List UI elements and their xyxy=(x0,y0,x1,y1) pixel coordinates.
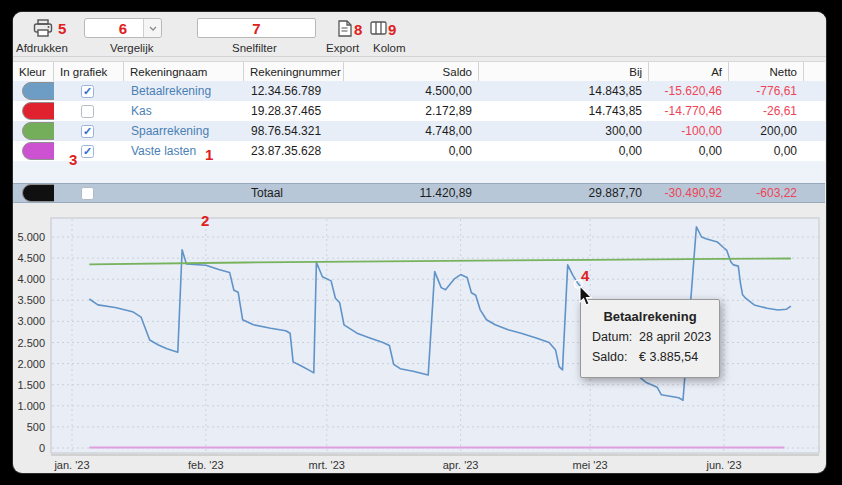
annotation-6: 6 xyxy=(119,20,127,37)
svg-text:2.000: 2.000 xyxy=(17,358,45,370)
annotation-3: 3 xyxy=(69,151,77,168)
color-pill[interactable] xyxy=(22,184,54,202)
annotation-2: 2 xyxy=(201,212,209,229)
svg-text:2.500: 2.500 xyxy=(17,337,45,349)
header-kleur[interactable]: Kleur xyxy=(13,62,54,81)
color-pill[interactable] xyxy=(22,102,54,120)
account-name[interactable]: Kas xyxy=(124,104,244,118)
in-graph-checkbox[interactable] xyxy=(81,125,94,138)
af-value: -15.620,46 xyxy=(665,84,722,98)
print-label: Afdrukken xyxy=(16,42,68,54)
bij-value: 0,00 xyxy=(619,144,642,158)
snelfilter-label: Snelfilter xyxy=(232,42,277,54)
svg-text:jan. '23: jan. '23 xyxy=(53,459,89,471)
in-graph-checkbox[interactable] xyxy=(81,85,94,98)
toolbar: 5 Afdrukken 6 Vergelijk 7 Snelfilter 8 E… xyxy=(13,12,826,57)
vergelijk-label: Vergelijk xyxy=(110,42,153,54)
netto-value: 0,00 xyxy=(774,144,797,158)
table-row[interactable]: Vaste lasten 23.87.35.628 0,00 0,00 0,00… xyxy=(13,141,825,161)
header-bij[interactable]: Bij xyxy=(479,62,649,81)
app-window: 5 Afdrukken 6 Vergelijk 7 Snelfilter 8 E… xyxy=(13,12,826,473)
kolom-label: Kolom xyxy=(373,42,406,54)
annotation-5: 5 xyxy=(58,20,66,37)
tooltip-datum-label: Datum: xyxy=(592,330,639,344)
svg-text:1.500: 1.500 xyxy=(17,379,45,391)
af-value: -14.770,46 xyxy=(665,104,722,118)
tooltip-title: Betaalrekening xyxy=(581,309,719,324)
table-header: Kleur In grafiek Rekeningnaam Rekeningnu… xyxy=(13,61,825,82)
account-name[interactable]: Spaarrekening xyxy=(124,124,244,138)
saldo-value: 2.172,89 xyxy=(425,104,472,118)
bij-value: 14.743,85 xyxy=(589,104,642,118)
header-in-grafiek[interactable]: In grafiek xyxy=(54,62,124,81)
svg-text:0: 0 xyxy=(39,442,45,454)
bij-value: 14.843,85 xyxy=(589,84,642,98)
color-pill[interactable] xyxy=(22,82,54,100)
svg-text:4.500: 4.500 xyxy=(17,252,45,264)
total-af: -30.490,92 xyxy=(665,186,722,200)
svg-text:4.000: 4.000 xyxy=(17,273,45,285)
svg-text:feb. '23: feb. '23 xyxy=(188,459,224,471)
svg-text:500: 500 xyxy=(27,421,45,433)
annotation-1: 1 xyxy=(205,146,213,163)
table-row[interactable]: Betaalrekening 12.34.56.789 4.500,00 14.… xyxy=(13,81,825,101)
mouse-cursor-icon xyxy=(579,286,594,311)
color-pill[interactable] xyxy=(22,142,54,160)
snelfilter-input[interactable]: 7 xyxy=(197,18,316,38)
table-row[interactable]: Kas 19.28.37.465 2.172,89 14.743,85 -14.… xyxy=(13,101,825,121)
svg-text:1.000: 1.000 xyxy=(17,400,45,412)
account-name[interactable]: Vaste lasten xyxy=(124,144,244,158)
total-bij: 29.887,70 xyxy=(589,186,642,200)
annotation-4: 4 xyxy=(581,267,589,284)
export-label: Export xyxy=(326,42,359,54)
account-number: 23.87.35.628 xyxy=(244,144,344,158)
color-pill[interactable] xyxy=(22,122,54,140)
in-graph-checkbox[interactable] xyxy=(81,145,94,158)
header-saldo[interactable]: Saldo xyxy=(344,62,479,81)
svg-text:3.000: 3.000 xyxy=(17,315,45,327)
svg-text:3.500: 3.500 xyxy=(17,294,45,306)
svg-text:5.000: 5.000 xyxy=(17,231,45,243)
columns-icon[interactable] xyxy=(370,21,387,39)
chevron-down-icon xyxy=(143,19,161,37)
saldo-value: 0,00 xyxy=(449,144,472,158)
vergelijk-dropdown[interactable]: 6 xyxy=(84,18,162,38)
bij-value: 300,00 xyxy=(605,124,642,138)
saldo-value: 4.748,00 xyxy=(425,124,472,138)
annotation-9: 9 xyxy=(388,21,396,38)
tooltip-saldo-label: Saldo: xyxy=(592,350,639,364)
saldo-value: 4.500,00 xyxy=(425,84,472,98)
header-af[interactable]: Af xyxy=(649,62,729,81)
account-number: 12.34.56.789 xyxy=(244,84,344,98)
netto-value: 200,00 xyxy=(760,124,797,138)
annotation-8: 8 xyxy=(354,21,362,38)
total-netto: -603,22 xyxy=(756,186,797,200)
header-rekeningnaam[interactable]: Rekeningnaam xyxy=(124,62,244,81)
tooltip-datum-value: 28 april 2023 xyxy=(639,330,711,344)
print-icon[interactable] xyxy=(33,19,53,42)
total-row: Totaal 11.420,89 29.887,70 -30.490,92 -6… xyxy=(13,183,825,203)
total-saldo: 11.420,89 xyxy=(420,186,473,200)
netto-value: -26,61 xyxy=(763,104,797,118)
account-number: 98.76.54.321 xyxy=(244,124,344,138)
svg-text:apr. '23: apr. '23 xyxy=(443,459,479,471)
total-label: Totaal xyxy=(244,186,344,200)
netto-value: -776,61 xyxy=(756,84,797,98)
af-value: 0,00 xyxy=(699,144,722,158)
af-value: -100,00 xyxy=(681,124,722,138)
export-icon[interactable] xyxy=(337,20,352,41)
svg-text:mrt. '23: mrt. '23 xyxy=(309,459,345,471)
header-rekeningnummer[interactable]: Rekeningnummer xyxy=(244,62,344,81)
account-number: 19.28.37.465 xyxy=(244,104,344,118)
in-graph-checkbox[interactable] xyxy=(81,105,94,118)
svg-text:mei '23: mei '23 xyxy=(573,459,608,471)
chart-tooltip: Betaalrekening Datum:28 april 2023 Saldo… xyxy=(580,299,720,378)
table-spacer xyxy=(13,161,825,183)
tooltip-saldo-value: € 3.885,54 xyxy=(639,350,698,364)
account-name[interactable]: Betaalrekening xyxy=(124,84,244,98)
annotation-7: 7 xyxy=(252,20,260,37)
header-spare xyxy=(804,62,825,81)
header-netto[interactable]: Netto xyxy=(729,62,804,81)
table-row[interactable]: Spaarrekening 98.76.54.321 4.748,00 300,… xyxy=(13,121,825,141)
in-graph-checkbox[interactable] xyxy=(81,187,94,200)
